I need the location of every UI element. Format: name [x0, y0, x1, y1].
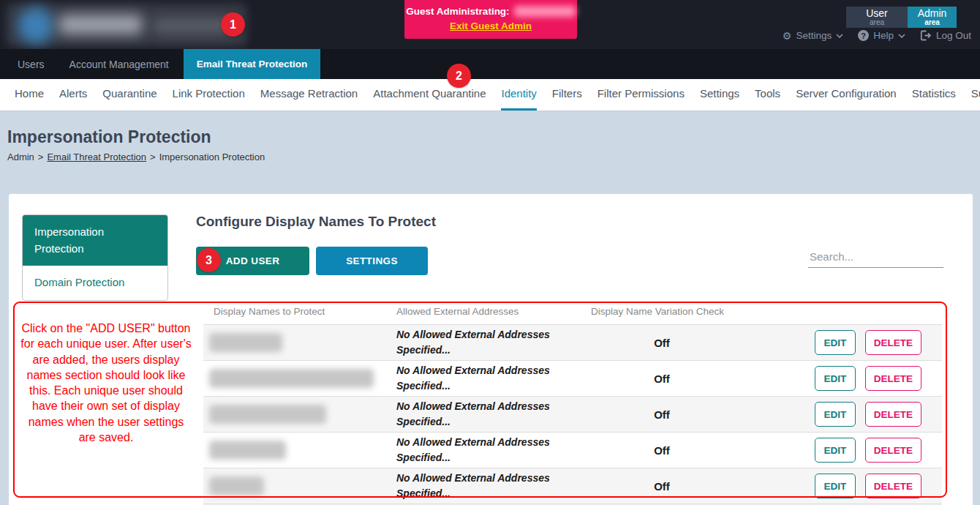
search-input[interactable]	[808, 249, 943, 267]
logout-menu[interactable]: Log Out	[920, 30, 971, 41]
logo-mark-redacted	[18, 7, 54, 44]
section-heading: Configure Display Names To Protect	[196, 214, 436, 230]
delete-button[interactable]: DELETE	[865, 438, 921, 463]
display-name-cell	[203, 476, 396, 495]
variation-check-cell: Off	[585, 480, 739, 493]
logo-subtext-redacted	[152, 18, 231, 34]
subnav-item-quarantine[interactable]: Quarantine	[102, 79, 157, 111]
subnav-item-identity[interactable]: Identity	[501, 79, 536, 111]
table-row: No Allowed External Addresses Specified.…	[203, 432, 942, 468]
display-name-cell	[203, 441, 396, 460]
row-actions: EDIT DELETE	[739, 474, 942, 498]
display-name-cell	[203, 369, 396, 388]
variation-check-cell: Off	[585, 337, 739, 349]
breadcrumb-separator: >	[38, 152, 44, 162]
display-name-redacted	[209, 476, 264, 495]
display-name-cell	[203, 405, 396, 424]
user-area-label: User	[846, 8, 908, 18]
settings-menu-label: Settings	[796, 30, 832, 41]
subnav-item-statistics[interactable]: Statistics	[912, 79, 956, 111]
sidebar-item-impersonation-protection[interactable]: Impersonation Protection	[23, 215, 167, 266]
settings-menu[interactable]: ⚙ Settings	[783, 30, 843, 41]
column-header-variation-check: Display Name Variation Check	[585, 306, 739, 317]
table-header: Display Names to Protect Allowed Externa…	[203, 306, 942, 324]
annotation-note-text: Click on the "ADD USER" button for each …	[20, 321, 192, 445]
logout-label: Log Out	[936, 30, 971, 41]
subnav-item-server-configuration[interactable]: Server Configuration	[796, 79, 897, 111]
user-area-sublabel: area	[846, 18, 908, 26]
subnav-item-home[interactable]: Home	[15, 79, 44, 111]
table-row: No Allowed External Addresses Specified.…	[203, 360, 942, 396]
mainnav-item-account-management[interactable]: Account Management	[67, 49, 172, 79]
admin-area-button[interactable]: Admin area	[908, 7, 957, 28]
table-row: No Allowed External Addresses Specified.…	[203, 324, 942, 360]
variation-check-cell: Off	[585, 373, 739, 385]
gear-icon: ⚙	[783, 31, 792, 41]
delete-button[interactable]: DELETE	[865, 366, 921, 391]
edit-button[interactable]: EDIT	[815, 474, 856, 498]
help-icon: ?	[858, 30, 869, 41]
allowed-external-cell: No Allowed External Addresses Specified.…	[396, 363, 585, 394]
table-row: No Allowed External Addresses Specified.…	[203, 396, 942, 432]
annotation-step-badge-2: 2	[447, 64, 471, 88]
mainnav-item-users[interactable]: Users	[15, 49, 48, 79]
allowed-external-cell: No Allowed External Addresses Specified.…	[396, 471, 585, 501]
sidebar-item-domain-protection[interactable]: Domain Protection	[23, 266, 167, 300]
breadcrumb-current: Impersonation Protection	[159, 152, 265, 162]
area-switcher: User area Admin area	[846, 7, 957, 28]
edit-button[interactable]: EDIT	[815, 366, 856, 391]
subnav-item-link-protection[interactable]: Link Protection	[173, 79, 245, 111]
subnav-item-tools[interactable]: Tools	[755, 79, 780, 111]
subnav-item-settings[interactable]: Settings	[700, 79, 739, 111]
allowed-external-cell: No Allowed External Addresses Specified.…	[396, 327, 585, 358]
table-row: No Allowed External Addresses Specified.…	[203, 468, 942, 504]
column-header-display-names: Display Names to Protect	[203, 306, 396, 317]
top-bar-menu: ⚙ Settings ? Help Log Out	[783, 30, 971, 41]
subnav-item-attachment-quarantine[interactable]: Attachment Quarantine	[373, 79, 486, 111]
logo-text-redacted	[59, 15, 143, 34]
exit-guest-admin-link[interactable]: Exit Guest Admin	[450, 20, 532, 31]
main-nav: UsersAccount ManagementEmail Threat Prot…	[0, 49, 980, 79]
delete-button[interactable]: DELETE	[865, 330, 921, 355]
row-actions: EDIT DELETE	[739, 366, 942, 391]
page-title: Impersonation Protection	[7, 127, 211, 147]
search-box	[808, 249, 943, 268]
column-header-allowed-external: Allowed External Addresses	[396, 306, 585, 317]
chevron-down-icon	[898, 34, 905, 38]
edit-button[interactable]: EDIT	[815, 402, 856, 427]
display-names-table: Display Names to Protect Allowed Externa…	[203, 306, 942, 505]
subnav-item-alerts[interactable]: Alerts	[59, 79, 87, 111]
subnav-item-message-retraction[interactable]: Message Retraction	[260, 79, 358, 111]
display-name-redacted	[209, 369, 374, 388]
variation-check-cell: Off	[585, 444, 739, 457]
guest-name-redacted	[514, 6, 576, 17]
annotation-step-badge-1: 1	[221, 12, 245, 37]
delete-button[interactable]: DELETE	[865, 474, 921, 498]
edit-button[interactable]: EDIT	[815, 330, 856, 355]
top-bar: Guest Administrating: Exit Guest Admin U…	[0, 0, 980, 49]
settings-button[interactable]: SETTINGS	[316, 247, 428, 275]
row-actions: EDIT DELETE	[739, 402, 942, 427]
subnav-item-filters[interactable]: Filters	[552, 79, 582, 111]
subnav-item-filter-permissions[interactable]: Filter Permissions	[598, 79, 685, 111]
chevron-down-icon	[836, 34, 843, 38]
delete-button[interactable]: DELETE	[865, 402, 921, 427]
display-name-cell	[203, 333, 396, 352]
row-actions: EDIT DELETE	[739, 330, 942, 355]
user-area-button[interactable]: User area	[846, 7, 908, 28]
allowed-external-cell: No Allowed External Addresses Specified.…	[396, 435, 585, 465]
help-menu[interactable]: ? Help	[858, 30, 905, 41]
guest-admin-banner: Guest Administrating: Exit Guest Admin	[404, 0, 577, 39]
allowed-external-cell: No Allowed External Addresses Specified.…	[396, 399, 585, 430]
row-actions: EDIT DELETE	[739, 438, 942, 463]
subnav-item-support[interactable]: Support	[971, 79, 980, 111]
page-root: Guest Administrating: Exit Guest Admin U…	[0, 0, 980, 505]
breadcrumb-separator: >	[150, 152, 156, 162]
logout-icon	[920, 30, 932, 41]
breadcrumb-email-threat-protection-link[interactable]: Email Threat Protection	[47, 152, 146, 162]
mainnav-item-email-threat-protection[interactable]: Email Threat Protection	[184, 49, 321, 79]
admin-area-sublabel: area	[908, 18, 957, 26]
display-name-redacted	[209, 333, 282, 352]
edit-button[interactable]: EDIT	[815, 438, 856, 463]
sub-nav: HomeAlertsQuarantineLink ProtectionMessa…	[0, 79, 980, 111]
